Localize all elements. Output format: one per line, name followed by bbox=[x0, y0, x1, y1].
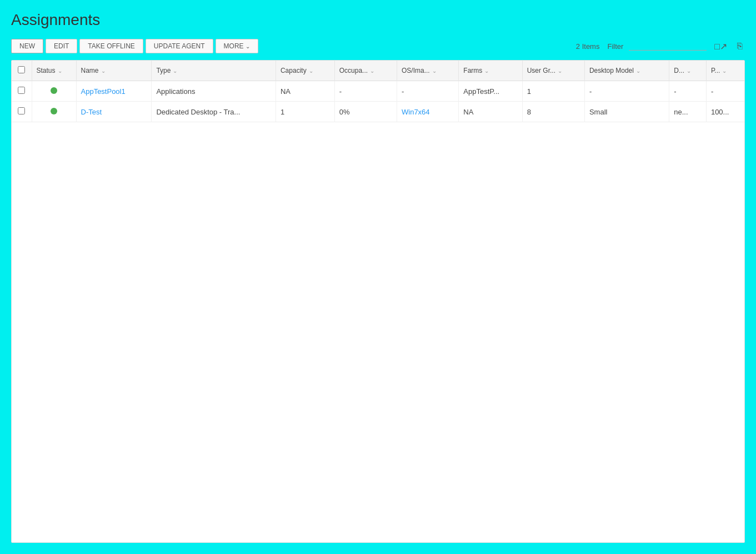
d-sort-icon: ⌄ bbox=[687, 68, 691, 74]
row-name-cell[interactable]: D-Test bbox=[76, 102, 152, 122]
header-osimage[interactable]: OS/Ima... ⌄ bbox=[397, 61, 459, 81]
row-type-cell: Dedicated Desktop - Tra... bbox=[152, 102, 276, 122]
row-p-cell: 100... bbox=[706, 102, 744, 122]
row-desktopmodel-cell: Small bbox=[584, 102, 669, 122]
row-checkbox-cell bbox=[12, 102, 32, 122]
table-header-row: Status ⌄ Name ⌄ Type ⌄ bbox=[12, 61, 744, 81]
row-occupancy-cell: - bbox=[334, 81, 397, 102]
header-desktopmodel[interactable]: Desktop Model ⌄ bbox=[584, 61, 669, 81]
header-farms[interactable]: Farms ⌄ bbox=[459, 61, 522, 81]
type-sort-icon: ⌄ bbox=[173, 68, 177, 74]
toolbar: NEW EDIT TAKE OFFLINE UPDATE AGENT MORE … bbox=[11, 39, 745, 53]
header-usergroup[interactable]: User Gr... ⌄ bbox=[522, 61, 584, 81]
row-p-cell: - bbox=[706, 81, 744, 102]
desktopmodel-sort-icon: ⌄ bbox=[636, 68, 640, 74]
header-d[interactable]: D... ⌄ bbox=[669, 61, 707, 81]
row-status-cell bbox=[32, 81, 76, 102]
assignments-table: Status ⌄ Name ⌄ Type ⌄ bbox=[12, 61, 744, 122]
row-checkbox[interactable] bbox=[18, 107, 25, 114]
header-status[interactable]: Status ⌄ bbox=[32, 61, 76, 81]
header-capacity[interactable]: Capacity ⌄ bbox=[276, 61, 334, 81]
more-button[interactable]: MORE ⌄ bbox=[216, 39, 258, 53]
select-all-checkbox[interactable] bbox=[18, 66, 25, 73]
status-dot-icon bbox=[51, 108, 57, 114]
header-checkbox-col[interactable] bbox=[12, 61, 32, 81]
row-osimage-cell[interactable]: Win7x64 bbox=[397, 102, 459, 122]
table-row: D-TestDedicated Desktop - Tra...10%Win7x… bbox=[12, 102, 744, 122]
occupancy-sort-icon: ⌄ bbox=[370, 68, 374, 74]
row-checkbox[interactable] bbox=[18, 87, 25, 94]
header-name[interactable]: Name ⌄ bbox=[76, 61, 152, 81]
export-icon-2: ⎘ bbox=[737, 41, 743, 51]
header-type[interactable]: Type ⌄ bbox=[152, 61, 276, 81]
header-p[interactable]: P... ⌄ bbox=[706, 61, 744, 81]
row-type-cell: Applications bbox=[152, 81, 276, 102]
row-occupancy-cell: 0% bbox=[334, 102, 397, 122]
name-sort-icon: ⌄ bbox=[101, 68, 106, 74]
p-sort-icon: ⌄ bbox=[722, 68, 727, 74]
row-desktopmodel-cell: - bbox=[584, 81, 669, 102]
row-capacity-cell: 1 bbox=[276, 102, 334, 122]
row-d-cell: ne... bbox=[669, 102, 707, 122]
items-count: 2 Items bbox=[576, 42, 600, 51]
header-occupancy[interactable]: Occupa... ⌄ bbox=[334, 61, 397, 81]
row-checkbox-cell bbox=[12, 81, 32, 102]
export-button-1[interactable]: □↗ bbox=[712, 40, 729, 53]
row-farms-cell: NA bbox=[459, 102, 522, 122]
filter-input[interactable] bbox=[629, 42, 707, 51]
table-body: AppTestPool1ApplicationsNA--AppTestP...1… bbox=[12, 81, 744, 122]
edit-button[interactable]: EDIT bbox=[46, 39, 77, 53]
status-sort-icon: ⌄ bbox=[58, 68, 62, 74]
row-usergroup-cell: 1 bbox=[522, 81, 584, 102]
usergroup-sort-icon: ⌄ bbox=[558, 68, 562, 74]
page-container: Assignments NEW EDIT TAKE OFFLINE UPDATE… bbox=[0, 0, 756, 554]
filter-label: Filter bbox=[607, 42, 623, 51]
table-row: AppTestPool1ApplicationsNA--AppTestP...1… bbox=[12, 81, 744, 102]
update-agent-button[interactable]: UPDATE AGENT bbox=[146, 39, 213, 53]
farms-sort-icon: ⌄ bbox=[484, 68, 489, 74]
table-container: Status ⌄ Name ⌄ Type ⌄ bbox=[11, 60, 745, 543]
row-d-cell: - bbox=[669, 81, 707, 102]
export-icon-1: □↗ bbox=[714, 42, 727, 51]
page-title: Assignments bbox=[11, 11, 745, 29]
row-farms-cell: AppTestP... bbox=[459, 81, 522, 102]
row-usergroup-cell: 8 bbox=[522, 102, 584, 122]
row-name-cell[interactable]: AppTestPool1 bbox=[76, 81, 152, 102]
row-status-cell bbox=[32, 102, 76, 122]
export-button-2[interactable]: ⎘ bbox=[735, 40, 745, 52]
new-button[interactable]: NEW bbox=[11, 39, 43, 53]
more-chevron-icon: ⌄ bbox=[246, 43, 250, 49]
capacity-sort-icon: ⌄ bbox=[309, 68, 313, 74]
take-offline-button[interactable]: TAKE OFFLINE bbox=[79, 39, 143, 53]
row-capacity-cell: NA bbox=[276, 81, 334, 102]
row-osimage-cell: - bbox=[397, 81, 459, 102]
status-dot-icon bbox=[51, 87, 57, 94]
osimage-sort-icon: ⌄ bbox=[432, 68, 437, 74]
